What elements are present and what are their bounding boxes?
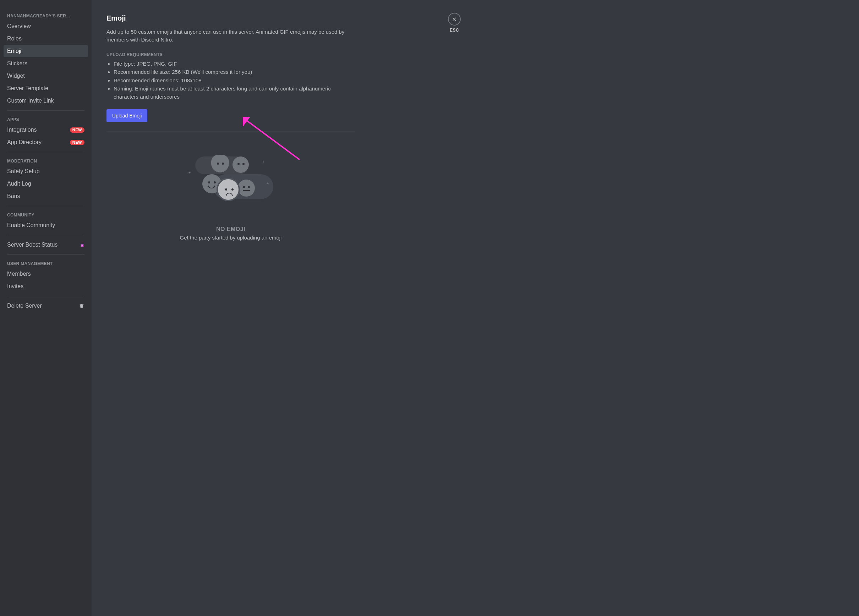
sidebar-item-server-boost[interactable]: Server Boost Status ◈ (3, 239, 88, 251)
sidebar-item-label: Server Boost Status (7, 241, 58, 248)
close-icon (448, 13, 461, 25)
sidebar-item-label: Overview (7, 23, 31, 30)
sidebar-group-community: Enable Community (3, 219, 88, 231)
sidebar-group-user-management: Members Invites (3, 268, 88, 292)
empty-state-title: NO EMOJI (216, 226, 245, 232)
app-root: HANNAHMACREADY'S SER... Overview Roles E… (0, 0, 859, 616)
sidebar-item-label: Safety Setup (7, 168, 40, 175)
sidebar-item-label: Emoji (7, 48, 21, 55)
trash-icon (79, 303, 84, 309)
requirement-item: Naming: Emoji names must be at least 2 c… (114, 85, 355, 101)
emoji-face-icon (233, 156, 249, 173)
sidebar-item-label: Custom Invite Link (7, 97, 54, 104)
sidebar-divider (7, 110, 84, 111)
sidebar-item-custom-invite-link[interactable]: Custom Invite Link (3, 95, 88, 107)
sidebar-group-server: Overview Roles Emoji Stickers Widget Ser… (3, 20, 88, 107)
sidebar-item-widget[interactable]: Widget (3, 70, 88, 82)
sidebar-group-boost: Server Boost Status ◈ (3, 239, 88, 251)
empty-state: ✦ ✦ • (106, 146, 355, 240)
sidebar-item-enable-community[interactable]: Enable Community (3, 219, 88, 231)
sidebar-item-delete-server[interactable]: Delete Server (3, 300, 88, 312)
new-badge: NEW (70, 127, 84, 133)
sidebar-item-stickers[interactable]: Stickers (3, 58, 88, 70)
sidebar-item-label: Members (7, 270, 31, 278)
sidebar-item-label: Integrations (7, 126, 37, 133)
boost-icon: ◈ (79, 241, 87, 249)
section-divider (106, 131, 355, 132)
sidebar-item-label: Invites (7, 283, 23, 290)
sidebar-item-label: Audit Log (7, 180, 31, 187)
sidebar-server-header: HANNAHMACREADY'S SER... (3, 11, 88, 20)
settings-sidebar: HANNAHMACREADY'S SER... Overview Roles E… (0, 0, 92, 616)
page-title: Emoji (106, 14, 443, 22)
sidebar-group-header-user-management: USER MANAGEMENT (3, 258, 88, 268)
sidebar-item-label: Stickers (7, 60, 27, 67)
emoji-face-icon (238, 179, 255, 196)
sidebar-group-delete: Delete Server (3, 300, 88, 312)
sidebar-item-label: Bans (7, 193, 20, 200)
sidebar-divider (7, 296, 84, 296)
sidebar-group-header-community: COMMUNITY (3, 210, 88, 219)
sidebar-group-moderation: Safety Setup Audit Log Bans (3, 165, 88, 202)
sidebar-item-overview[interactable]: Overview (3, 20, 88, 32)
sidebar-item-integrations[interactable]: Integrations NEW (3, 124, 88, 136)
sidebar-item-bans[interactable]: Bans (3, 190, 88, 202)
emoji-face-icon (211, 155, 229, 172)
sidebar-item-app-directory[interactable]: App Directory NEW (3, 136, 88, 148)
sidebar-item-label: Enable Community (7, 222, 55, 229)
requirement-item: Recommended file size: 256 KB (We'll com… (114, 68, 355, 76)
sidebar-item-label: Widget (7, 72, 25, 80)
sidebar-divider (7, 235, 84, 235)
sidebar-item-label: App Directory (7, 139, 42, 146)
sidebar-item-safety-setup[interactable]: Safety Setup (3, 165, 88, 178)
sidebar-divider (7, 152, 84, 152)
upload-requirements-list: File type: JPEG, PNG, GIF Recommended fi… (106, 60, 355, 101)
page-description: Add up to 50 custom emojis that anyone c… (106, 28, 351, 44)
requirement-item: Recommended dimensions: 108x108 (114, 76, 355, 85)
sidebar-group-apps: Integrations NEW App Directory NEW (3, 124, 88, 148)
sidebar-item-roles[interactable]: Roles (3, 33, 88, 45)
close-label: ESC (450, 28, 459, 33)
sidebar-item-emoji[interactable]: Emoji (3, 45, 88, 57)
upload-requirements-header: UPLOAD REQUIREMENTS (106, 52, 443, 57)
sidebar-item-label: Delete Server (7, 303, 42, 309)
empty-state-illustration: ✦ ✦ • (184, 146, 277, 217)
sidebar-item-audit-log[interactable]: Audit Log (3, 178, 88, 190)
empty-state-subtitle: Get the party started by uploading an em… (180, 234, 282, 240)
new-badge: NEW (70, 140, 84, 145)
sidebar-divider (7, 206, 84, 206)
close-button[interactable]: ESC (448, 13, 461, 33)
sidebar-item-label: Server Template (7, 85, 48, 92)
upload-emoji-button[interactable]: Upload Emoji (106, 109, 147, 122)
sidebar-group-header-moderation: MODERATION (3, 156, 88, 165)
settings-content: ESC Emoji Add up to 50 custom emojis tha… (92, 0, 457, 616)
sidebar-divider (7, 254, 84, 255)
sidebar-item-server-template[interactable]: Server Template (3, 82, 88, 94)
requirement-item: File type: JPEG, PNG, GIF (114, 60, 355, 68)
sidebar-item-members[interactable]: Members (3, 268, 88, 280)
emoji-face-icon (217, 178, 240, 201)
sidebar-item-invites[interactable]: Invites (3, 280, 88, 292)
sidebar-group-header-apps: APPS (3, 114, 88, 123)
sidebar-item-label: Roles (7, 35, 22, 42)
